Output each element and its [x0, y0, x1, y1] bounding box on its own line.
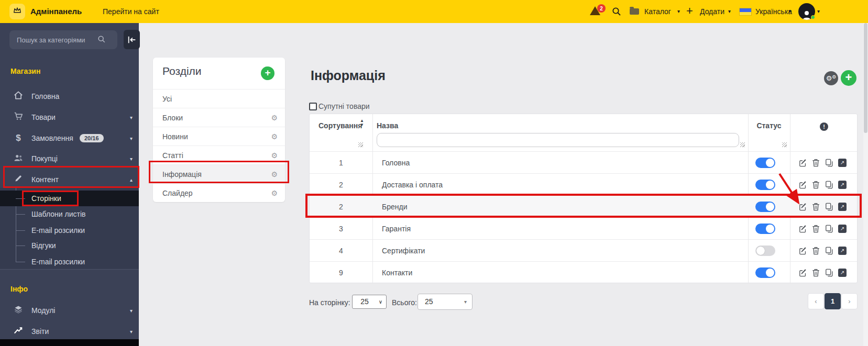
- orders-count-badge: 20/16: [80, 134, 104, 142]
- cart-icon: [14, 112, 23, 122]
- content-submenu: Сторінки Шаблони листів E-mail розсилки …: [0, 188, 139, 270]
- sidebar-item-orders[interactable]: $ Замовлення 20/16 ▾: [0, 128, 139, 148]
- gear-icon[interactable]: ⚙: [271, 108, 278, 127]
- pagination-page-1-button[interactable]: 1: [825, 293, 841, 309]
- delete-icon[interactable]: [812, 181, 820, 189]
- sidebar: Магазин Головна Товари ▾ $ Замовлення 20…: [0, 23, 139, 346]
- sidebar-section-info: Інфо: [10, 285, 28, 293]
- catalog-caret-icon: ▾: [677, 0, 680, 23]
- sidebar-search-icon: [97, 35, 106, 46]
- catalog-menu[interactable]: Каталог: [644, 0, 671, 23]
- sidebar-item-home[interactable]: Головна: [0, 86, 139, 106]
- column-resize-handle[interactable]: [358, 142, 363, 147]
- delete-icon[interactable]: [812, 203, 820, 211]
- delete-icon[interactable]: [812, 159, 820, 167]
- open-page-icon[interactable]: ↗: [838, 225, 847, 233]
- page-title: Інформація: [311, 68, 386, 83]
- language-menu[interactable]: Українська: [755, 0, 792, 23]
- add-caret-icon: ▾: [728, 0, 731, 23]
- copy-icon[interactable]: [825, 203, 833, 211]
- ukraine-flag-icon: [740, 8, 751, 15]
- open-page-icon[interactable]: ↗: [838, 269, 847, 277]
- edit-icon[interactable]: [799, 269, 807, 277]
- admin-panel-page: Адмінпанель Перейти на сайт 2 Каталог ▾ …: [0, 0, 868, 346]
- submenu-item-email-campaigns[interactable]: E-mail розсилки: [0, 222, 139, 238]
- sidebar-item-modules[interactable]: Модулі ▾: [0, 300, 139, 320]
- info-icon[interactable]: !: [820, 122, 828, 131]
- status-toggle[interactable]: [755, 202, 775, 212]
- chevron-down-icon: ▾: [130, 329, 133, 334]
- sidebar-item-content[interactable]: Контент ▴: [0, 170, 139, 189]
- pagination-next-button[interactable]: ›: [841, 293, 858, 309]
- add-section-button[interactable]: +: [261, 66, 274, 80]
- gear-icon[interactable]: ⚙: [271, 146, 278, 165]
- column-resize-handle[interactable]: [782, 142, 787, 147]
- status-toggle[interactable]: [755, 267, 775, 278]
- section-item-information[interactable]: Інформація ⚙: [153, 164, 285, 183]
- section-item-slider[interactable]: Слайдер ⚙: [153, 183, 285, 202]
- delete-icon[interactable]: [812, 269, 820, 277]
- open-page-icon[interactable]: ↗: [838, 159, 847, 167]
- sidebar-item-reports[interactable]: Звіти ▾: [0, 321, 139, 341]
- copy-icon[interactable]: [825, 269, 833, 277]
- add-page-button[interactable]: +: [841, 70, 856, 86]
- edit-icon[interactable]: [799, 225, 807, 233]
- table-settings-button[interactable]: ⚙⚙: [824, 71, 838, 85]
- home-icon: [14, 91, 23, 102]
- section-item-articles[interactable]: Статті ⚙: [153, 146, 285, 164]
- scrollbar-thumb[interactable]: [864, 23, 867, 133]
- related-products-checkbox[interactable]: [309, 103, 317, 110]
- column-resize-handle[interactable]: [740, 142, 745, 147]
- pagination-prev-button[interactable]: ‹: [808, 293, 824, 309]
- section-item-all[interactable]: Усі: [153, 89, 285, 108]
- submenu-item-letter-templates[interactable]: Шаблони листів: [0, 206, 139, 222]
- status-toggle[interactable]: [755, 245, 775, 256]
- dollar-icon: $: [14, 133, 23, 143]
- copy-icon[interactable]: [825, 247, 833, 255]
- edit-icon[interactable]: [799, 159, 807, 167]
- sort-arrows-icon[interactable]: ▲▼: [360, 119, 364, 127]
- copy-icon[interactable]: [825, 181, 833, 189]
- goto-site-link[interactable]: Перейти на сайт: [103, 0, 159, 23]
- trend-chart-icon: [14, 327, 23, 337]
- section-item-news[interactable]: Новини ⚙: [153, 127, 285, 146]
- edit-icon[interactable]: [799, 247, 807, 255]
- per-page-select[interactable]: 25 ∨: [352, 295, 387, 309]
- user-menu-caret-icon[interactable]: ▾: [817, 0, 820, 23]
- limit-select[interactable]: 25 ▾: [417, 294, 473, 310]
- submenu-item-reviews[interactable]: Відгуки: [0, 238, 139, 253]
- gear-icon[interactable]: ⚙: [271, 165, 278, 184]
- delete-icon[interactable]: [812, 225, 820, 233]
- gears-icon: ⚙⚙: [826, 74, 837, 82]
- table-row: 9 Контакти ↗: [310, 261, 857, 283]
- search-icon[interactable]: [612, 7, 621, 18]
- copy-icon[interactable]: [825, 225, 833, 233]
- gear-icon[interactable]: ⚙: [271, 184, 278, 203]
- section-item-blocks[interactable]: Блоки ⚙: [153, 108, 285, 127]
- table-row: 3 Гарантія ↗: [310, 217, 857, 239]
- submenu-item-email-campaigns-2[interactable]: E-mail розсилки: [0, 254, 139, 270]
- sidebar-item-products[interactable]: Товари ▾: [0, 107, 139, 127]
- name-filter-input[interactable]: [377, 133, 739, 147]
- sections-title: Розділи: [162, 65, 202, 77]
- brand-logo[interactable]: [9, 4, 25, 19]
- edit-icon[interactable]: [799, 203, 807, 211]
- sections-panel: Розділи + Усі Блоки ⚙ Новини ⚙ Статті ⚙ …: [153, 58, 285, 202]
- delete-icon[interactable]: [812, 247, 820, 255]
- submenu-item-pages[interactable]: Сторінки: [0, 191, 139, 206]
- open-page-icon[interactable]: ↗: [838, 247, 847, 255]
- open-page-icon[interactable]: ↗: [838, 203, 847, 211]
- add-menu[interactable]: Додати: [700, 0, 724, 23]
- open-page-icon[interactable]: ↗: [838, 181, 847, 189]
- status-toggle[interactable]: [755, 180, 775, 190]
- sidebar-collapse-button[interactable]: [124, 30, 140, 49]
- status-toggle[interactable]: [755, 224, 775, 234]
- add-plus-icon: +: [686, 0, 693, 23]
- chevron-up-icon: ▴: [130, 177, 133, 183]
- sidebar-item-customers[interactable]: Покупці ▾: [0, 149, 139, 169]
- status-toggle[interactable]: [755, 158, 775, 168]
- copy-icon[interactable]: [825, 159, 833, 167]
- brand-title: Адмінпанель: [30, 0, 82, 23]
- edit-icon[interactable]: [799, 181, 807, 189]
- gear-icon[interactable]: ⚙: [271, 127, 278, 146]
